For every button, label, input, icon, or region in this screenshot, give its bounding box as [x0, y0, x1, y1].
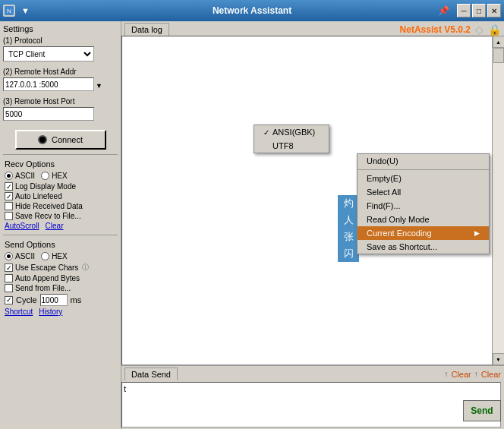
char-2: 人	[338, 212, 359, 229]
remote-host-dropdown[interactable]: ▼	[96, 82, 102, 90]
data-send-textarea[interactable]: t	[121, 382, 501, 427]
send-from-file-label: Send from File...	[15, 284, 71, 292]
escape-chars-label: Use Escape Chars	[15, 263, 78, 272]
send-links: Shortcut History	[5, 308, 116, 316]
auto-append-label: Auto Append Bytes	[15, 274, 80, 282]
send-ascii-label: ASCII	[15, 252, 35, 260]
connect-label: Connect	[52, 135, 83, 144]
scroll-track[interactable]	[493, 48, 504, 353]
title-bar-left: N ▼	[3, 5, 33, 17]
auto-linefeed[interactable]: Auto Linefeed	[5, 192, 116, 200]
ctx-save-shortcut[interactable]: Save as Shortcut...	[358, 240, 489, 254]
close-button[interactable]: ✕	[487, 4, 501, 17]
send-from-file-checkbox[interactable]	[5, 284, 13, 292]
ctx-select-all[interactable]: Select All	[358, 185, 489, 199]
scroll-thumb[interactable]	[493, 48, 504, 63]
scroll-up-btn[interactable]: ▲	[493, 36, 505, 48]
data-send-section: Data Send ↑ Clear ↑ Clear t Send	[121, 365, 504, 429]
minimize-button[interactable]: ─	[457, 4, 471, 17]
remote-port-input[interactable]	[3, 107, 94, 121]
ctx-undo[interactable]: Undo(U)	[358, 154, 489, 168]
auto-append-bytes[interactable]: Auto Append Bytes	[5, 274, 116, 282]
send-ascii[interactable]: ASCII	[5, 252, 35, 260]
submenu-arrow: ▶	[474, 229, 480, 237]
cycle-checkbox[interactable]	[5, 296, 13, 304]
ctx-sep-1	[358, 169, 489, 170]
settings-title: Settings	[3, 24, 118, 33]
recv-hex[interactable]: HEX	[41, 172, 68, 180]
clear-button-2[interactable]: Clear	[481, 370, 501, 379]
hide-received-checkbox[interactable]	[5, 202, 13, 210]
encoding-submenu: ✓ ANSI(GBK) ✓ UTF8	[254, 125, 329, 153]
recv-ascii-radio[interactable]	[5, 172, 13, 180]
send-hex[interactable]: HEX	[41, 252, 68, 260]
submenu-ansi[interactable]: ✓ ANSI(GBK)	[254, 125, 329, 139]
cycle-input[interactable]	[40, 294, 68, 306]
app-icon: N	[3, 5, 15, 17]
auto-linefeed-label: Auto Linefeed	[15, 192, 62, 200]
cycle-unit: ms	[71, 295, 82, 304]
connect-indicator	[38, 135, 47, 144]
recv-ascii[interactable]: ASCII	[5, 172, 35, 180]
autoscroll-link[interactable]: AutoScroll	[5, 222, 39, 230]
use-escape-chars[interactable]: Use Escape Chars ⓘ	[5, 263, 116, 273]
auto-linefeed-checkbox[interactable]	[5, 192, 13, 200]
send-title: Send Options	[5, 240, 116, 249]
clear-button-1[interactable]: Clear	[451, 370, 471, 379]
send-button[interactable]: Send	[463, 400, 501, 421]
char-3: 张	[338, 229, 359, 245]
data-send-header: Data Send ↑ Clear ↑ Clear	[121, 365, 504, 382]
window-title: Network Assistant	[213, 5, 291, 16]
connect-button[interactable]: Connect	[15, 130, 106, 150]
send-from-file[interactable]: Send from File...	[5, 284, 116, 292]
send-hex-label: HEX	[52, 252, 68, 260]
send-mode-group: ASCII HEX	[5, 252, 116, 260]
brand-area: NetAssist V5.0.2 ◇ 🔒	[400, 24, 501, 36]
ctx-read-only[interactable]: Read Only Mode	[358, 213, 489, 226]
escape-chars-checkbox[interactable]	[5, 263, 13, 272]
pin-icon[interactable]: 📌	[438, 5, 449, 16]
data-send-input-area: t Send	[121, 382, 504, 427]
save-recv-to-file[interactable]: Save Recv to File...	[5, 212, 116, 220]
svg-text:N: N	[7, 8, 11, 14]
history-link[interactable]: History	[39, 308, 62, 316]
remote-host-input[interactable]	[3, 77, 94, 91]
up-arrow-1: ↑	[444, 370, 448, 378]
log-display-checkbox[interactable]	[5, 182, 13, 191]
protocol-select[interactable]: TCP Client TCP Server UDP	[3, 46, 94, 62]
save-recv-label: Save Recv to File...	[15, 212, 81, 220]
send-ascii-radio[interactable]	[5, 252, 13, 260]
clear-link[interactable]: Clear	[46, 222, 64, 230]
send-hex-radio[interactable]	[41, 252, 49, 260]
send-options: Send Options ASCII HEX Use Escape Chars …	[3, 238, 118, 317]
submenu-utf8[interactable]: ✓ UTF8	[254, 139, 329, 153]
recv-hex-radio[interactable]	[41, 172, 49, 180]
log-scrollbar[interactable]: ▲ ▼	[492, 36, 504, 365]
char-1: 灼	[338, 195, 359, 212]
hide-received-label: Hide Received Data	[15, 202, 83, 210]
ctx-find[interactable]: Find(F)...	[358, 199, 489, 213]
log-display-mode[interactable]: Log Display Mode	[5, 182, 116, 191]
shortcut-link[interactable]: Shortcut	[5, 308, 33, 316]
data-log-tab[interactable]: Data log	[124, 23, 169, 36]
recv-hex-label: HEX	[52, 172, 68, 180]
info-icon: ⓘ	[82, 263, 89, 273]
remote-host-label: (2) Remote Host Addr	[3, 68, 118, 76]
window-controls: 📌 ─ □ ✕	[438, 4, 501, 17]
save-recv-checkbox[interactable]	[5, 212, 13, 220]
log-display-label: Log Display Mode	[15, 182, 76, 191]
diamond-icon: ◇	[475, 24, 484, 36]
recv-options: Recv Options ASCII HEX Log Display Mode …	[3, 158, 118, 232]
recv-ascii-label: ASCII	[15, 172, 35, 180]
left-panel: Settings (1) Protocol TCP Client TCP Ser…	[0, 21, 121, 429]
ctx-current-encoding[interactable]: Current Encoding ▶	[358, 226, 489, 240]
auto-append-checkbox[interactable]	[5, 274, 13, 282]
ctx-empty[interactable]: Empty(E)	[358, 172, 489, 185]
hide-received-data[interactable]: Hide Received Data	[5, 202, 116, 210]
data-log-header: Data log NetAssist V5.0.2 ◇ 🔒	[121, 21, 504, 36]
maximize-button[interactable]: □	[472, 4, 486, 17]
scroll-down-btn[interactable]: ▼	[493, 353, 505, 365]
data-send-tab[interactable]: Data Send	[124, 367, 178, 380]
char-4: 闪	[338, 245, 359, 262]
title-bar-menu[interactable]: ▼	[18, 5, 33, 17]
